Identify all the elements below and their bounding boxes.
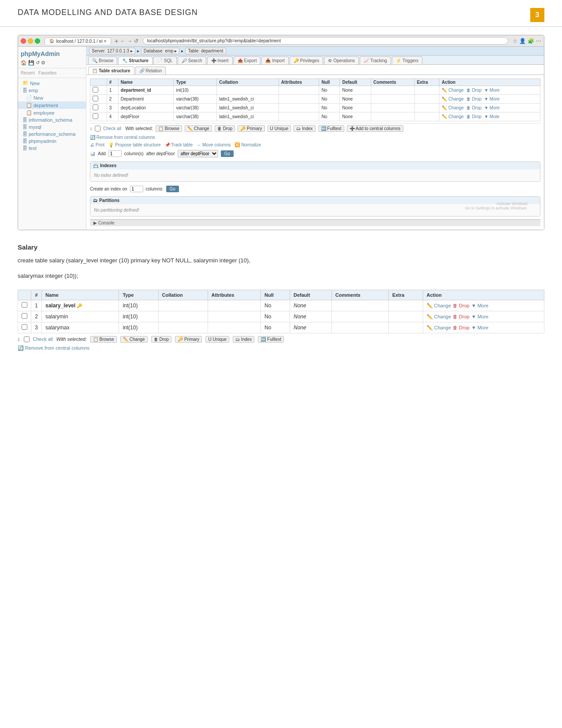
maximize-icon[interactable]: [35, 38, 40, 44]
new-tab-button[interactable]: +: [115, 37, 118, 45]
sidebar-item-phpmyadmin[interactable]: 🗄 phpmyadmin: [18, 138, 86, 145]
normalize-btn[interactable]: 🔀 Normalize: [234, 142, 261, 147]
move-columns-btn[interactable]: ↔ Move columns: [197, 142, 231, 147]
add-central-btn[interactable]: ➕ Add to central columns: [347, 125, 403, 132]
sidebar-item-test[interactable]: 🗄 test: [18, 145, 86, 152]
subtab-table-structure[interactable]: 📋 Table structure: [88, 67, 134, 75]
subtab-relation[interactable]: 🔗 Relation: [135, 67, 166, 75]
salary-remove-central-btn[interactable]: 🔄 Remove from central columns: [18, 345, 89, 351]
table-breadcrumb[interactable]: Table: department: [185, 48, 226, 54]
tab-insert[interactable]: ➕ Insert: [207, 56, 233, 64]
drop-link-3[interactable]: 🗑 Drop: [466, 105, 481, 110]
change-link-1[interactable]: ✏️ Change: [442, 88, 464, 93]
profile-icon[interactable]: 👤: [519, 38, 526, 44]
minimize-icon[interactable]: [28, 38, 33, 44]
drop-link-4[interactable]: 🗑 Drop: [466, 114, 481, 119]
salary-drop-btn[interactable]: 🗑 Drop: [151, 336, 171, 343]
salary-drop-2[interactable]: 🗑 Drop: [453, 314, 469, 319]
extensions-icon[interactable]: 🧩: [528, 38, 534, 44]
index-selected-btn[interactable]: 🗂 Index: [294, 125, 315, 132]
salary-more-3[interactable]: ▼ More: [471, 325, 488, 330]
salary-change-2[interactable]: ✏️ Change: [427, 314, 451, 320]
salary-more-1[interactable]: ▼ More: [471, 303, 488, 308]
more-link-2[interactable]: ▼ More: [484, 97, 499, 101]
row1-checkbox[interactable]: [93, 87, 98, 93]
tab-privileges[interactable]: 🔑 Privileges: [290, 56, 323, 64]
tab-search[interactable]: 🔎 Search: [178, 56, 206, 64]
database-breadcrumb[interactable]: Database: emp ▸: [141, 48, 180, 54]
primary-selected-btn[interactable]: 🔑 Primary: [238, 125, 264, 132]
salary-row2-checkbox[interactable]: [22, 313, 27, 319]
sidebar-item-employee[interactable]: 📋 employee: [18, 109, 86, 116]
sidebar-item-new[interactable]: 📁 New: [18, 79, 86, 87]
fulltext-selected-btn[interactable]: 🔤 Fulltext: [318, 125, 344, 132]
more-link-1[interactable]: ▼ More: [484, 88, 499, 93]
salary-browse-btn[interactable]: 📋 Browse: [90, 336, 117, 343]
tab-operations[interactable]: ⚙ Operations: [324, 56, 359, 64]
sidebar-item-info-schema[interactable]: 🗄 information_schema: [18, 116, 86, 123]
create-index-input[interactable]: [130, 186, 143, 192]
track-table-btn[interactable]: 📌 Track table: [165, 142, 193, 147]
bookmark-icon[interactable]: ☆: [513, 38, 517, 44]
salary-drop-1[interactable]: 🗑 Drop: [453, 303, 469, 308]
drop-link-2[interactable]: 🗑 Drop: [466, 97, 481, 101]
drop-link-1[interactable]: 🗑 Drop: [466, 88, 481, 93]
tab-triggers[interactable]: ⚡ Triggers: [392, 56, 422, 64]
salary-row1-checkbox[interactable]: [22, 302, 27, 308]
sidebar-item-department[interactable]: 📋 department: [18, 101, 86, 109]
forward-icon[interactable]: →: [127, 38, 132, 44]
tab-tracking[interactable]: 📈 Tracking: [360, 56, 391, 64]
after-column-select[interactable]: after deptFloor: [178, 150, 218, 157]
salary-change-3[interactable]: ✏️ Change: [427, 325, 451, 331]
console-bar[interactable]: ▶ Console: [90, 219, 540, 226]
settings-sidebar-icon[interactable]: ⚙: [41, 60, 45, 66]
change-link-3[interactable]: ✏️ Change: [442, 105, 464, 110]
drop-selected-btn[interactable]: 🗑 Drop: [215, 125, 235, 132]
check-all-checkbox[interactable]: [95, 126, 100, 131]
salary-check-all-btn[interactable]: Check all: [33, 336, 53, 342]
add-columns-go-btn[interactable]: Go: [221, 150, 234, 157]
row3-checkbox[interactable]: [93, 105, 98, 110]
tab-export[interactable]: 📤 Export: [234, 56, 261, 64]
check-all-btn[interactable]: Check all: [103, 126, 121, 131]
more-link-3[interactable]: ▼ More: [484, 105, 499, 110]
settings-icon[interactable]: ⋯: [536, 38, 541, 44]
print-btn[interactable]: 🖨 Print: [90, 142, 104, 147]
home-icon[interactable]: 🏠: [21, 60, 27, 66]
browser-tab[interactable]: 🏠 localhost / 127.0.0.1 / ei ×: [45, 37, 111, 45]
salary-change-1[interactable]: ✏️ Change: [427, 303, 451, 309]
sql-icon[interactable]: 💾: [28, 60, 34, 66]
change-link-2[interactable]: ✏️ Change: [442, 97, 464, 101]
salary-more-2[interactable]: ▼ More: [471, 314, 488, 319]
row4-checkbox[interactable]: [93, 113, 98, 119]
change-selected-btn[interactable]: ✏️ Change: [185, 125, 212, 132]
salary-check-all-checkbox[interactable]: [24, 336, 30, 342]
reload-icon[interactable]: ↺: [134, 38, 138, 44]
server-breadcrumb[interactable]: Server: 127.0.0.1:3 ▸: [89, 48, 135, 54]
salary-fulltext-btn[interactable]: 🔤 Fulltext: [258, 336, 284, 343]
close-icon[interactable]: [21, 38, 26, 44]
tab-import[interactable]: 📥 Import: [261, 56, 288, 64]
salary-index-btn[interactable]: 🗂 Index: [233, 336, 254, 343]
salary-change-btn[interactable]: ✏️ Change: [120, 336, 148, 343]
salary-unique-btn[interactable]: U Unique: [205, 336, 229, 343]
reload-sidebar-icon[interactable]: ↺: [36, 60, 40, 66]
tab-sql[interactable]: 📄 SQL: [153, 56, 177, 64]
salary-drop-3[interactable]: 🗑 Drop: [453, 325, 469, 330]
create-index-go-btn[interactable]: Go: [166, 186, 179, 192]
remove-central-btn[interactable]: 🔄 Remove from central columns: [90, 135, 155, 140]
salary-row3-checkbox[interactable]: [22, 324, 27, 330]
back-icon[interactable]: ←: [120, 38, 125, 44]
sidebar-item-emp-new[interactable]: 📄 New: [18, 94, 86, 101]
row2-checkbox[interactable]: [93, 96, 98, 101]
address-bar[interactable]: localhost/phpmyadmin/tbl_structure.php?d…: [143, 37, 508, 45]
more-link-4[interactable]: ▼ Mote: [484, 114, 499, 119]
tab-browse[interactable]: 🔍 Browse: [88, 56, 117, 64]
propose-structure-btn[interactable]: 💡 Propose table structure: [108, 142, 160, 147]
sidebar-item-perf-schema[interactable]: 🗄 performance_schema: [18, 131, 86, 138]
change-link-4[interactable]: ✏️ Change: [442, 114, 464, 119]
tab-structure[interactable]: 🔧 Structure: [118, 56, 152, 64]
sidebar-item-emp[interactable]: 🗄 emp: [18, 87, 86, 94]
unique-selected-btn[interactable]: U Unique: [268, 125, 291, 132]
browse-selected-btn[interactable]: 📋 Browse: [156, 125, 182, 132]
